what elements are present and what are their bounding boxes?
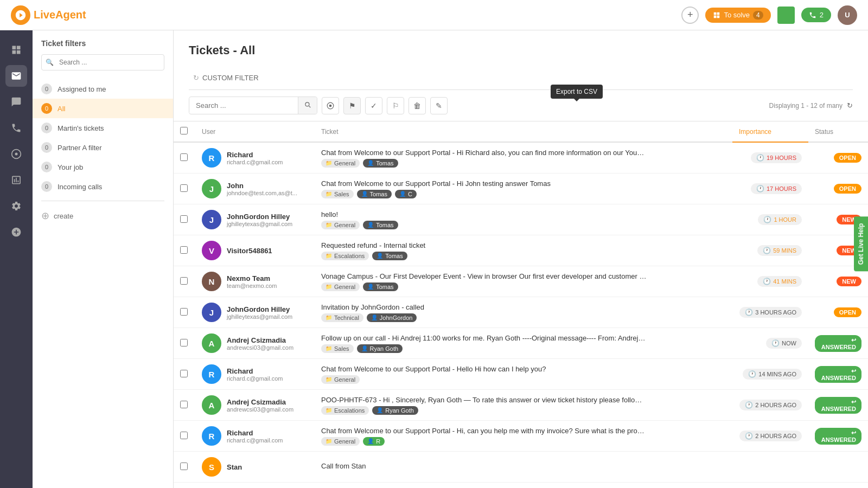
ticket-cell[interactable]: Requested refund - Internal ticket 📁Esca… (315, 235, 732, 266)
search-button[interactable] (298, 97, 317, 114)
status-badge: OPEN (834, 307, 861, 317)
filter-refresh-icon: ↻ (193, 74, 199, 82)
status-badge: ↩ ANSWERED (815, 397, 861, 414)
sidebar-create-button[interactable]: ⊕ create (33, 206, 173, 226)
user-name: Andrej Csizmadia (227, 398, 293, 406)
toolbar-bookmark-button[interactable]: ⚐ (387, 97, 404, 114)
ticket-cell[interactable]: Chat from Welcome to our Support Portal … (315, 359, 732, 390)
create-button[interactable]: + (681, 7, 699, 24)
row-checkbox[interactable] (180, 277, 188, 285)
ticket-cell[interactable]: Follow up on our call - Hi Andrej 11:00 … (315, 328, 732, 359)
ticket-search-input[interactable] (189, 98, 298, 113)
sidebar-item-all[interactable]: 0 All (33, 99, 173, 118)
nav-dashboard[interactable] (5, 39, 27, 61)
sidebar-title: Ticket filters (33, 39, 173, 54)
refresh-button[interactable]: ↻ (847, 101, 853, 110)
ticket-tags: 📁General👤Tomas (321, 221, 726, 229)
ticket-cell[interactable]: Vonage Campus - Our First Developer Even… (315, 266, 732, 297)
status-button[interactable] (777, 7, 795, 24)
user-email: jghilleytexas@gmail.com (227, 313, 292, 320)
ticket-tags: 📁Escalations👤Ryan Goth (321, 406, 726, 415)
nav-tickets[interactable] (5, 65, 27, 87)
ticket-cell[interactable]: Call from Stan (315, 452, 732, 483)
user-avatar[interactable]: U (838, 5, 857, 25)
clock-icon: 🕐 (771, 339, 780, 347)
sidebar-search-input[interactable] (41, 54, 164, 70)
user-email: jghilleytexas@gmail.com (227, 221, 292, 227)
row-checkbox[interactable] (180, 401, 188, 408)
ticket-cell[interactable]: Chat from Welcome to our Support Portal … (315, 174, 732, 204)
table-row[interactable]: J JohnGordon Hilley jghilleytexas@gmail.… (174, 297, 868, 328)
importance-badge: 🕐19 HOURS (751, 152, 802, 163)
ticket-subject: Requested refund - Internal ticket (321, 241, 647, 249)
agent-tag: 👤JohnGordon (367, 313, 417, 322)
nav-plugins[interactable] (5, 221, 27, 243)
ticket-cell[interactable]: Chat from Welcome to our Support Portal … (315, 421, 732, 452)
table-row[interactable]: R Richard richard.c@gmail.com Chat from … (174, 359, 868, 390)
importance-cell: 🕐41 MINS (732, 266, 808, 297)
status-badge: ↩ ANSWERED (815, 428, 861, 445)
call-button[interactable]: 2 (801, 8, 831, 22)
filter-status-button[interactable] (322, 97, 339, 114)
sidebar-item-incoming[interactable]: 0 Incoming calls (33, 177, 173, 196)
custom-filter-button[interactable]: ↻ CUSTOM FILTER (189, 72, 263, 84)
row-checkbox[interactable] (180, 463, 188, 470)
toolbar-flag-button[interactable]: ⚑ (343, 97, 361, 114)
svg-point-11 (329, 104, 332, 107)
row-checkbox[interactable] (180, 308, 188, 316)
ticket-cell[interactable]: POO-PHHTF-673 - Hi , Sincerely, Ryan Got… (315, 390, 732, 421)
nav-settings[interactable] (5, 195, 27, 217)
user-email: team@nexmo.com (227, 282, 277, 289)
row-checkbox[interactable] (180, 184, 188, 192)
table-row[interactable]: J John johndoe@test.com,as@t... Chat fro… (174, 174, 868, 204)
row-checkbox[interactable] (180, 246, 188, 254)
table-row[interactable]: R Richard richard.c@gmail.com Chat from … (174, 421, 868, 452)
sidebar-item-martins[interactable]: 0 Martin's tickets (33, 118, 173, 138)
table-row[interactable]: V Visitor548861 Requested refund - Inter… (174, 235, 868, 266)
sidebar-label-incoming: Incoming calls (58, 183, 164, 191)
sidebar-label-partner: Partner A filter (58, 144, 164, 152)
toolbar-delete-button[interactable]: 🗑 (409, 97, 426, 114)
user-name: Richard (227, 151, 283, 159)
avatar: A (202, 333, 221, 353)
nav-calls[interactable] (5, 117, 27, 139)
assigned-badge: 0 (41, 84, 52, 94)
row-checkbox[interactable] (180, 153, 188, 161)
select-all-checkbox[interactable] (180, 127, 188, 134)
sidebar-label-assigned: Assigned to me (58, 85, 164, 93)
table-row[interactable]: S Stan Call from Stan (174, 452, 868, 483)
sidebar-item-partner[interactable]: 0 Partner A filter (33, 138, 173, 157)
solve-label: To solve (724, 11, 750, 19)
table-row[interactable]: R Richard richard.c@gmail.com Chat from … (174, 142, 868, 174)
ticket-cell[interactable]: Chat from Welcome to our Support Portal … (315, 142, 732, 174)
toolbar-check-button[interactable]: ✓ (365, 97, 382, 114)
to-solve-button[interactable]: To solve 4 (705, 8, 770, 23)
row-checkbox[interactable] (180, 339, 188, 346)
sidebar-item-assigned[interactable]: 0 Assigned to me (33, 79, 173, 99)
live-help-tab[interactable]: Get Live Help (854, 217, 868, 272)
ticket-cell[interactable]: hello! 📁General👤Tomas (315, 204, 732, 235)
table-row[interactable]: N Nexmo Team team@nexmo.com Vonage Campu… (174, 266, 868, 297)
nav-chat[interactable] (5, 91, 27, 113)
ticket-cell[interactable]: Invitation by JohnGordon - called 📁Techn… (315, 297, 732, 328)
user-name: Richard (227, 367, 283, 375)
row-checkbox[interactable] (180, 215, 188, 223)
ticket-subject: Call from Stan (321, 462, 647, 470)
row-checkbox[interactable] (180, 432, 188, 439)
col-importance[interactable]: Importance (732, 121, 808, 142)
sidebar-item-yourjob[interactable]: 0 Your job (33, 157, 173, 177)
nav-reports[interactable] (5, 169, 27, 191)
dept-tag: 📁General (321, 375, 360, 384)
table-row[interactable]: A Andrej Csizmadia andrewcsi03@gmail.com… (174, 328, 868, 359)
call-count: 2 (820, 11, 824, 19)
status-cell: ↩ ANSWERED (808, 359, 868, 390)
table-row[interactable]: A Andrej Csizmadia andrewcsi03@gmail.com… (174, 390, 868, 421)
user-name: JohnGordon Hilley (227, 213, 292, 221)
user-name: Andrej Csizmadia (227, 336, 293, 344)
table-row[interactable]: J JohnGordon Hilley jghilleytexas@gmail.… (174, 204, 868, 235)
toolbar-more-button[interactable]: ✎ (430, 97, 448, 114)
martins-badge: 0 (41, 123, 52, 133)
search-container (189, 97, 317, 114)
row-checkbox[interactable] (180, 370, 188, 377)
nav-analytics[interactable] (5, 143, 27, 165)
